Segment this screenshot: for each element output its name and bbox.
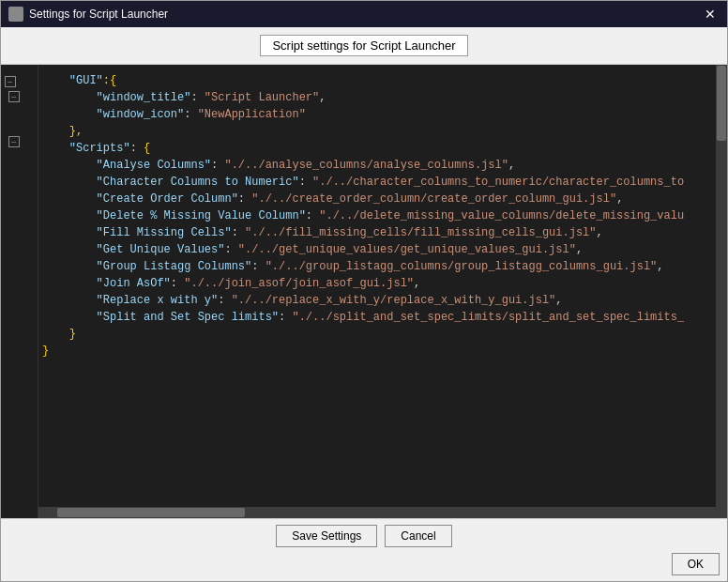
dialog-title: Script settings for Script Launcher [260, 35, 467, 56]
title-bar: Settings for Script Launcher ✕ [1, 1, 727, 27]
content-area: − − − "GUI":{ "window_title": "Script La… [1, 65, 727, 518]
tree-node-root[interactable]: − [1, 74, 38, 89]
close-button[interactable]: ✕ [701, 8, 720, 21]
window-title: Settings for Script Launcher [29, 8, 168, 21]
dialog-header: Script settings for Script Launcher [1, 27, 727, 65]
tree-node-gui[interactable]: − [1, 89, 38, 104]
code-scroll-area[interactable]: "GUI":{ "window_title": "Script Launcher… [38, 65, 727, 507]
code-content: "GUI":{ "window_title": "Script Launcher… [42, 72, 712, 360]
horizontal-scrollbar[interactable] [38, 507, 727, 518]
app-icon [8, 7, 23, 22]
save-settings-button[interactable]: Save Settings [276, 525, 377, 547]
code-wrapper: "GUI":{ "window_title": "Script Launcher… [38, 65, 727, 518]
ok-button[interactable]: OK [672, 553, 720, 575]
code-panel[interactable]: "GUI":{ "window_title": "Script Launcher… [38, 65, 716, 507]
footer-ok: OK [8, 553, 720, 575]
tree-node-scripts[interactable]: − [1, 134, 38, 149]
vertical-scrollbar[interactable] [716, 65, 727, 507]
footer-buttons: Save Settings Cancel [8, 525, 720, 547]
expand-icon-scripts[interactable]: − [8, 136, 20, 147]
main-window: Settings for Script Launcher ✕ Script se… [0, 0, 728, 582]
cancel-button[interactable]: Cancel [385, 525, 451, 547]
horizontal-scrollbar-thumb[interactable] [57, 508, 245, 517]
expand-icon[interactable]: − [5, 76, 16, 87]
vertical-scrollbar-thumb[interactable] [717, 66, 726, 141]
expand-icon-gui[interactable]: − [8, 91, 20, 102]
title-bar-left: Settings for Script Launcher [8, 7, 168, 22]
footer: Save Settings Cancel OK [1, 518, 727, 581]
tree-panel: − − − [1, 65, 38, 518]
